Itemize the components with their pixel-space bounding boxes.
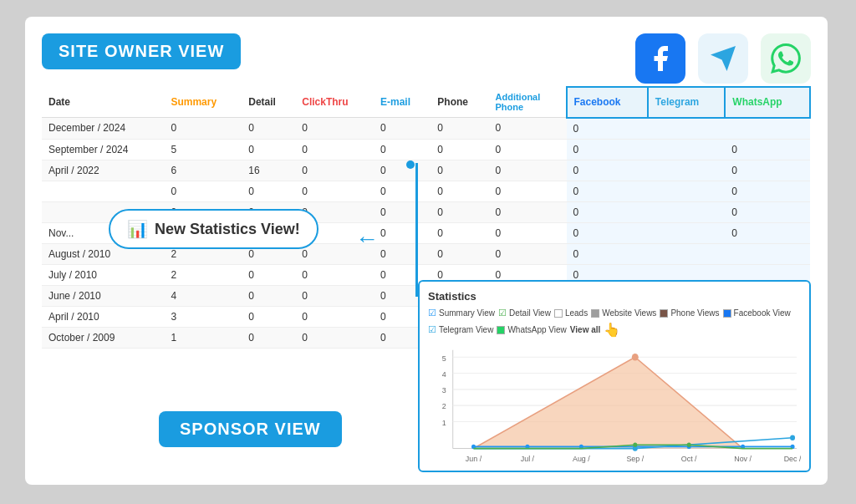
svg-text:Dec /: Dec / [784,454,801,462]
table-cell: 0 [567,243,648,264]
col-header-date: Date [42,87,164,118]
svg-text:Oct /: Oct / [681,454,697,462]
table-cell: 0 [242,139,295,160]
chart-triangle [474,357,743,448]
telegram-icon [708,43,738,74]
table-cell: 0 [242,118,295,140]
table-cell [648,139,726,160]
new-stats-badge: 📊 New Statistics View! [109,209,318,249]
table-cell: 0 [431,243,488,264]
table-cell: 0 [295,285,374,306]
legend-website: Website Views [591,308,656,318]
connector-dot [406,160,415,169]
svg-text:Jun /: Jun / [466,454,482,462]
table-cell: 0 [489,118,567,140]
col-header-summary[interactable]: Summary [164,87,242,118]
col-header-telegram[interactable]: Telegram [648,87,726,118]
telegram-icon-wrap[interactable] [698,33,748,84]
table-row: April / 2022616000000 [42,160,810,181]
table-cell [648,181,726,201]
table-cell: 0 [374,201,431,222]
table-cell: 0 [489,243,567,264]
site-owner-label: SITE OWNER VIEW [42,33,241,69]
table-cell: 0 [489,139,567,160]
table-cell: September / 2024 [42,139,164,160]
table-cell [648,118,726,140]
table-cell: 0 [431,139,488,160]
legend-leads: Leads [554,308,588,318]
svg-point-28 [633,443,637,447]
table-cell: 0 [567,181,648,201]
table-cell: 0 [489,160,567,181]
table-cell [725,118,810,140]
table-cell: 0 [431,222,488,243]
connector-line [415,163,418,297]
svg-text:1: 1 [442,418,446,426]
table-cell: 0 [242,181,295,201]
table-cell: 16 [242,160,295,181]
whatsapp-icon-wrap[interactable] [761,33,811,84]
table-cell: 0 [567,160,648,181]
table-cell: 6 [164,160,242,181]
stats-legend: ☑ Summary View ☑ Detail View Leads Websi… [428,308,801,338]
table-cell: 0 [567,118,648,140]
legend-detail: ☑ Detail View [498,308,551,318]
social-icons-area [635,33,811,84]
table-cell: July / 2010 [42,264,164,285]
legend-view-all[interactable]: View all [570,322,601,338]
stats-title: Statistics [428,290,801,303]
table-cell: 0 [295,306,374,327]
table-cell: 0 [374,160,431,181]
table-cell: 0 [242,285,295,306]
table-cell: 0 [725,160,810,181]
legend-summary: ☑ Summary View [428,308,495,318]
table-cell: 0 [242,306,295,327]
col-header-facebook[interactable]: Facebook [567,87,648,118]
table-cell: 3 [164,306,242,327]
col-header-detail[interactable]: Detail [242,87,295,118]
table-cell [648,201,726,222]
statistics-panel: Statistics ☑ Summary View ☑ Detail View … [418,280,811,472]
table-cell: 2 [164,264,242,285]
table-cell: 0 [242,264,295,285]
table-cell: 0 [567,222,648,243]
table-cell: 5 [164,139,242,160]
table-row: September / 202450000000 [42,139,810,160]
table-cell [648,160,726,181]
legend-phone: Phone Views [660,308,719,318]
table-cell: 0 [725,201,810,222]
svg-text:Jul /: Jul / [521,454,535,462]
main-container: SITE OWNER VIEW Date Summary Deta [25,17,828,485]
cursor-icon: 👆 [604,322,620,338]
table-cell: 0 [431,201,488,222]
col-header-whatsapp[interactable]: WhatsApp [725,87,810,118]
svg-text:2: 2 [442,402,446,410]
table-cell: 0 [164,118,242,140]
col-header-clickthru[interactable]: ClickThru [295,87,374,118]
table-cell: 0 [431,118,488,140]
chart-area: 5 4 3 2 1 Jun / Jul / Aug / Sep / Oct / … [428,341,801,466]
col-header-addphone[interactable]: AdditionalPhone [489,87,567,118]
col-header-email[interactable]: E-mail [374,87,431,118]
col-header-phone[interactable]: Phone [431,87,488,118]
table-cell: 0 [725,139,810,160]
facebook-icon [645,43,675,74]
table-cell: 0 [295,118,374,140]
table-cell: 0 [489,181,567,201]
table-row: 00000000 [42,181,810,201]
facebook-icon-wrap[interactable] [635,33,685,84]
sponsor-label: SPONSOR VIEW [159,411,342,447]
table-cell: 0 [431,160,488,181]
arrow-icon: ← [355,226,379,252]
table-cell: 4 [164,285,242,306]
table-cell: 0 [374,222,431,243]
legend-whatsapp-view: WhatsApp View [497,322,566,338]
table-cell: 0 [242,327,295,348]
table-cell: 0 [374,139,431,160]
table-cell: 0 [374,118,431,140]
table-cell: 0 [295,327,374,348]
table-cell: 0 [567,139,648,160]
table-cell: April / 2022 [42,160,164,181]
svg-text:5: 5 [442,354,446,362]
svg-text:Sep /: Sep / [626,454,644,462]
